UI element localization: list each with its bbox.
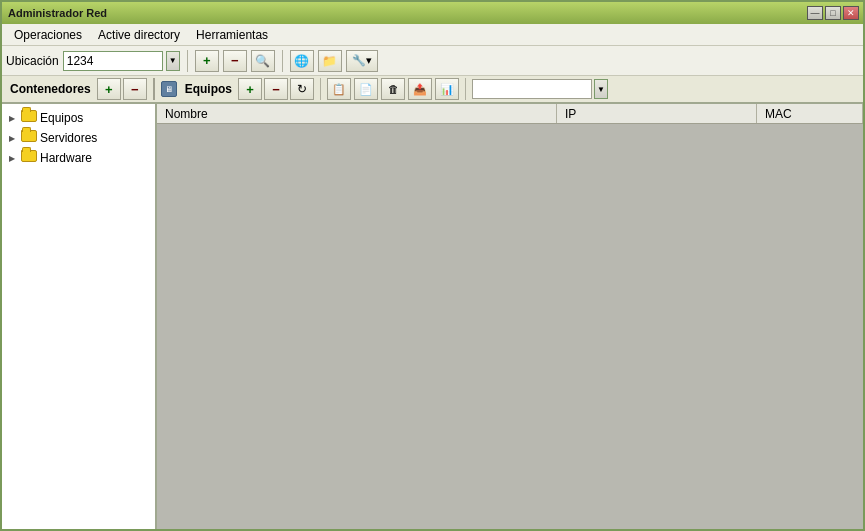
action2-icon: 📄 xyxy=(359,83,373,96)
contenedores-section: Contenedores + − xyxy=(6,78,147,100)
remove-contenedor-button[interactable]: − xyxy=(123,78,147,100)
equipo-action5[interactable]: 📊 xyxy=(435,78,459,100)
refresh-equipo-button[interactable]: ↻ xyxy=(290,78,314,100)
tree-panel: ▶ Equipos ▶ Servidores ▶ xyxy=(2,104,157,529)
window-title: Administrador Red xyxy=(6,7,807,19)
folder-icon-servidores xyxy=(21,130,37,146)
menu-active-directory[interactable]: Active directory xyxy=(90,26,188,44)
network-button2[interactable]: 📁 xyxy=(318,50,342,72)
tree-item-equipos[interactable]: ▶ Equipos xyxy=(2,108,155,128)
equipos-label: Equipos xyxy=(181,82,236,96)
col-header-mac[interactable]: MAC xyxy=(757,104,863,123)
close-button[interactable]: ✕ xyxy=(843,6,859,20)
minus-icon: − xyxy=(231,54,239,67)
add-equipo-button[interactable]: + xyxy=(238,78,262,100)
equipo-action4[interactable]: 📤 xyxy=(408,78,432,100)
plus-icon: + xyxy=(203,54,211,67)
remove-ubicacion-button[interactable]: − xyxy=(223,50,247,72)
minus-icon: − xyxy=(272,83,280,96)
filter-dropdown[interactable]: ▼ xyxy=(594,79,608,99)
table-body xyxy=(157,124,863,529)
add-ubicacion-button[interactable]: + xyxy=(195,50,219,72)
action3-icon: 🗑 xyxy=(388,83,399,95)
equipo-action1[interactable]: 📋 xyxy=(327,78,351,100)
equipo-action2[interactable]: 📄 xyxy=(354,78,378,100)
tree-label-hardware: Hardware xyxy=(40,151,92,165)
equipos-section: 🖥 Equipos + − ↻ xyxy=(161,78,314,100)
tree-arrow-equipos: ▶ xyxy=(6,112,18,124)
network-button1[interactable]: 🌐 xyxy=(290,50,314,72)
tree-arrow-hardware: ▶ xyxy=(6,152,18,164)
contenedores-label: Contenedores xyxy=(6,82,95,96)
search-ubicacion-button[interactable]: 🔍 xyxy=(251,50,275,72)
action-icon: 🔧▾ xyxy=(352,54,372,67)
sep3 xyxy=(320,78,321,100)
plus-icon: + xyxy=(105,83,113,96)
tree-arrow-servidores: ▶ xyxy=(6,132,18,144)
menu-operaciones[interactable]: Operaciones xyxy=(6,26,90,44)
toolbar-ubicacion: Ubicación ▼ + − 🔍 🌐 📁 🔧▾ xyxy=(2,46,863,76)
refresh-icon: ↻ xyxy=(297,82,307,96)
search-icon: 🔍 xyxy=(255,54,270,68)
folder-icon-equipos xyxy=(21,110,37,126)
minus-icon: − xyxy=(131,83,139,96)
equipo-action3[interactable]: 🗑 xyxy=(381,78,405,100)
folder-icon-hardware xyxy=(21,150,37,166)
table-header: Nombre IP MAC xyxy=(157,104,863,124)
action-button[interactable]: 🔧▾ xyxy=(346,50,378,72)
folder-network-icon: 📁 xyxy=(322,54,337,68)
plus-icon: + xyxy=(246,83,254,96)
ubicacion-input[interactable] xyxy=(63,51,163,71)
action4-icon: 📤 xyxy=(413,83,427,96)
tree-label-equipos: Equipos xyxy=(40,111,83,125)
sep2 xyxy=(282,50,283,72)
sep1 xyxy=(187,50,188,72)
col-header-nombre[interactable]: Nombre xyxy=(157,104,557,123)
ubicacion-label: Ubicación xyxy=(6,54,59,68)
toolbar2-sep xyxy=(153,78,155,100)
action5-icon: 📊 xyxy=(440,83,454,96)
main-content: ▶ Equipos ▶ Servidores ▶ xyxy=(2,104,863,529)
add-contenedor-button[interactable]: + xyxy=(97,78,121,100)
minimize-button[interactable]: — xyxy=(807,6,823,20)
ubicacion-dropdown[interactable]: ▼ xyxy=(166,51,180,71)
col-header-ip[interactable]: IP xyxy=(557,104,757,123)
sep4 xyxy=(465,78,466,100)
main-window: Administrador Red — □ ✕ Operaciones Acti… xyxy=(0,0,865,531)
tree-root: ▶ Equipos ▶ Servidores ▶ xyxy=(2,104,155,172)
remove-equipo-button[interactable]: − xyxy=(264,78,288,100)
network-icon: 🌐 xyxy=(294,54,309,68)
maximize-button[interactable]: □ xyxy=(825,6,841,20)
titlebar-buttons: — □ ✕ xyxy=(807,6,859,20)
equipos-icon: 🖥 xyxy=(161,81,177,97)
action1-icon: 📋 xyxy=(332,83,346,96)
table-panel: Nombre IP MAC xyxy=(157,104,863,529)
menubar: Operaciones Active directory Herramienta… xyxy=(2,24,863,46)
tree-label-servidores: Servidores xyxy=(40,131,97,145)
tree-item-servidores[interactable]: ▶ Servidores xyxy=(2,128,155,148)
titlebar: Administrador Red — □ ✕ xyxy=(2,2,863,24)
tree-item-hardware[interactable]: ▶ Hardware xyxy=(2,148,155,168)
filter-input[interactable] xyxy=(472,79,592,99)
toolbar-contenedores: Contenedores + − 🖥 Equipos + − ↻ xyxy=(2,76,863,104)
menu-herramientas[interactable]: Herramientas xyxy=(188,26,276,44)
